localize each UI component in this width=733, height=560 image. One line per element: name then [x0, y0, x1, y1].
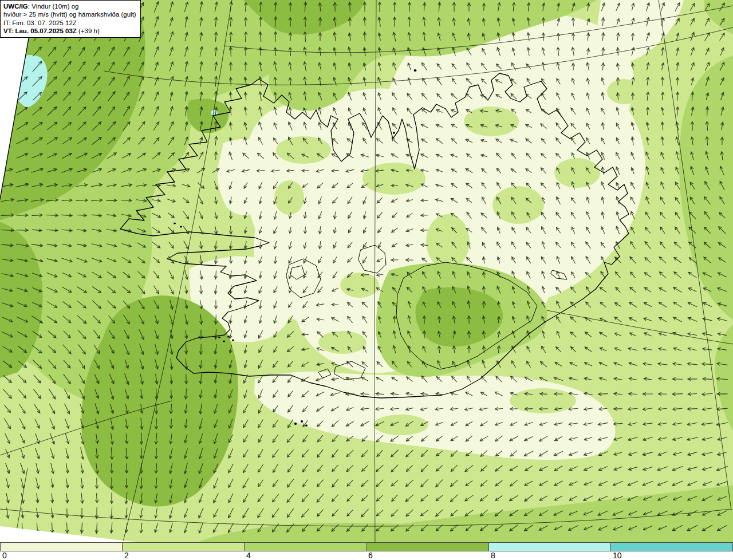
colorbar-segment-4-6 — [245, 543, 366, 551]
model-name: UWC/IG — [3, 3, 28, 10]
colorbar-segment-6-8 — [367, 543, 489, 551]
colorbar-tick-label: 0 — [2, 551, 7, 560]
colorbar-tick-label: 2 — [124, 551, 129, 560]
colorbar-tick-label: 8 — [491, 551, 495, 560]
map-canvas — [0, 0, 733, 560]
colorbar: 0246810 — [0, 542, 733, 560]
colorbar-tick-label: 6 — [368, 551, 373, 560]
title-line-legend: hviður > 25 m/s (hvítt) og hámarkshviða … — [3, 10, 136, 18]
colorbar-tick-label: 4 — [246, 551, 251, 560]
colorbar-tick-label: 10 — [613, 551, 622, 560]
title-line-valid-time: VT: Lau. 05.07.2025 03Z (+39 h) — [3, 27, 136, 35]
colorbar-segment-2-4 — [123, 543, 245, 551]
title-line-init-time: IT: Fim. 03. 07. 2025 12Z — [3, 19, 136, 27]
title-line-model: UWC/IG: Vindur (10m) og — [3, 2, 136, 10]
colorbar-scale — [0, 542, 733, 551]
colorbar-segment-10-12 — [611, 543, 733, 551]
colorbar-segment-8-10 — [489, 543, 611, 551]
colorbar-segment-0-2 — [0, 543, 123, 551]
title-box: UWC/IG: Vindur (10m) og hviður > 25 m/s … — [0, 0, 141, 38]
wind-forecast-map-page: { "title_box": { "model_bold": "UWC/IG",… — [0, 0, 733, 560]
valid-time: VT: Lau. 05.07.2025 03Z — [3, 27, 77, 34]
